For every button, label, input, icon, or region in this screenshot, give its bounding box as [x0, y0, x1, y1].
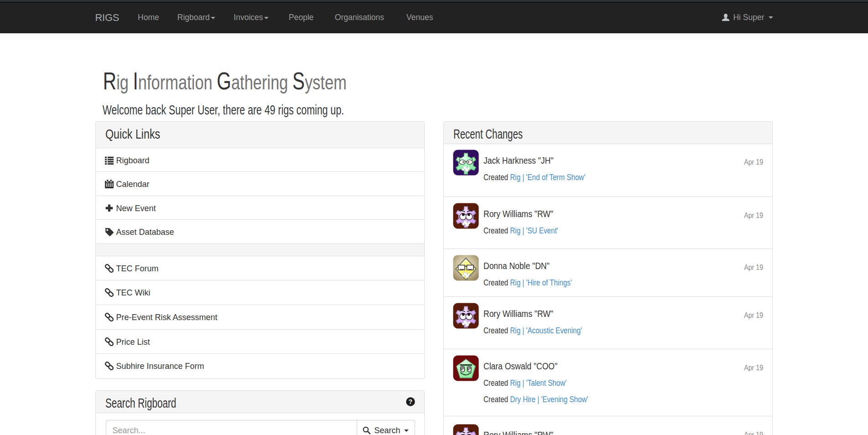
svg-text:?: ? — [408, 398, 412, 405]
